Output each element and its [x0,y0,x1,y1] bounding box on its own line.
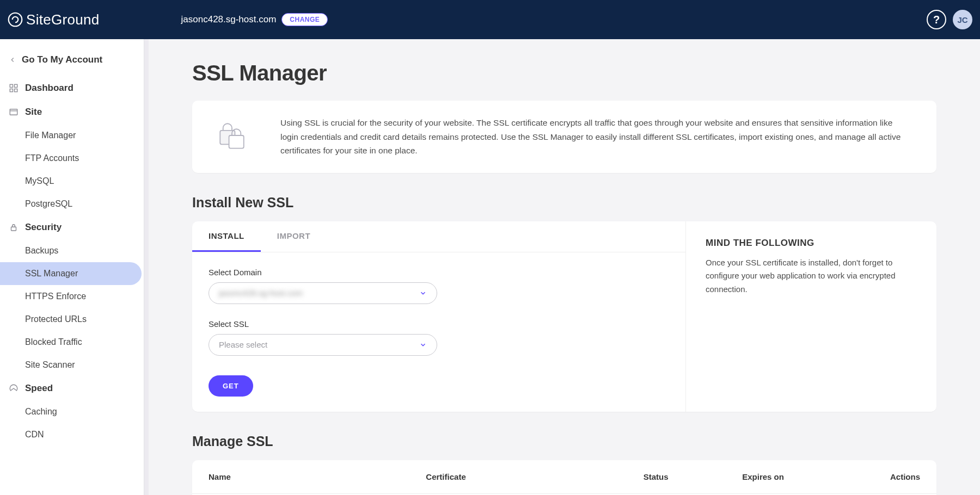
select-ssl-placeholder: Please select [219,340,267,349]
change-site-button[interactable]: CHANGE [281,13,328,26]
go-to-account-link[interactable]: Go To My Account [0,49,144,76]
sidebar-item-backups[interactable]: Backups [0,239,142,262]
site-indicator: jasonc428.sg-host.com CHANGE [181,13,328,26]
select-ssl-label: Select SSL [209,319,437,329]
current-domain: jasonc428.sg-host.com [181,14,277,25]
col-expires: Expires on [742,472,861,481]
svg-rect-3 [10,89,13,92]
sidebar-item-label: Security [25,222,62,233]
intro-card: Using SSL is crucial for the security of… [192,101,936,173]
get-button[interactable]: GET [209,375,253,397]
col-actions: Actions [861,472,920,481]
site-icon [9,107,19,117]
manage-table: Name Certificate Status Expires on Actio… [192,460,936,495]
main-content: SSL Manager Using SSL is crucial for the… [144,39,980,495]
logo-icon [8,12,23,27]
manage-heading: Manage SSL [192,434,936,449]
tab-install[interactable]: INSTALL [192,221,261,252]
select-domain-dropdown[interactable]: jasonc428.sg-host.com [209,282,437,304]
svg-rect-5 [10,109,17,115]
chevron-down-icon [419,341,427,349]
install-tabs: INSTALL IMPORT [192,221,685,252]
chevron-down-icon [419,289,427,297]
avatar[interactable]: JC [953,10,972,29]
sidebar-item-label: Dashboard [25,83,74,94]
sidebar-item-security[interactable]: Security [0,215,144,239]
tab-import[interactable]: IMPORT [261,221,327,252]
sidebar-item-speed[interactable]: Speed [0,376,144,400]
sidebar-item-ftp-accounts[interactable]: FTP Accounts [0,147,142,170]
intro-text: Using SSL is crucial for the security of… [280,116,912,158]
sidebar-item-caching[interactable]: Caching [0,400,142,423]
col-status: Status [644,472,743,481]
lock-icon [9,222,19,232]
table-header-row: Name Certificate Status Expires on Actio… [192,460,936,494]
dashboard-icon [9,83,19,93]
sidebar-item-postgresql[interactable]: PostgreSQL [0,193,142,215]
col-name: Name [209,472,426,481]
sidebar-item-label: Site [25,107,42,117]
mind-text: Once your SSL certificate is installed, … [706,256,917,296]
svg-point-0 [9,13,22,27]
svg-rect-4 [15,89,17,92]
sidebar-item-dashboard[interactable]: Dashboard [0,76,144,100]
arrow-left-icon [9,56,16,64]
select-domain-value: jasonc428.sg-host.com [219,288,303,298]
install-card: INSTALL IMPORT Select Domain jasonc428.s… [192,221,936,412]
sidebar-item-protected-urls[interactable]: Protected URLs [0,308,142,331]
sidebar-item-file-manager[interactable]: File Manager [0,124,142,147]
sidebar-item-ssl-manager[interactable]: SSL Manager [0,262,142,285]
install-heading: Install New SSL [192,195,936,211]
col-certificate: Certificate [426,472,643,481]
svg-rect-9 [229,135,244,148]
speed-icon [9,383,19,393]
sidebar-item-https-enforce[interactable]: HTTPS Enforce [0,285,142,308]
logo-text: SiteGround [26,11,100,28]
sidebar: Go To My Account Dashboard Site File Man… [0,39,144,495]
svg-rect-2 [15,84,17,87]
page-title: SSL Manager [192,61,963,85]
select-domain-label: Select Domain [209,268,437,277]
select-ssl-dropdown[interactable]: Please select [209,334,437,356]
mind-title: MIND THE FOLLOWING [706,238,917,249]
logo[interactable]: SiteGround [8,11,100,28]
sidebar-item-blocked-traffic[interactable]: Blocked Traffic [0,331,142,354]
sidebar-item-mysql[interactable]: MySQL [0,170,142,193]
ssl-intro-icon [216,120,248,153]
help-button[interactable]: ? [927,10,946,29]
topbar: SiteGround jasonc428.sg-host.com CHANGE … [0,0,980,39]
svg-rect-1 [10,84,13,87]
sidebar-item-site-scanner[interactable]: Site Scanner [0,354,142,376]
sidebar-item-label: Speed [25,383,53,394]
sidebar-item-cdn[interactable]: CDN [0,423,142,446]
svg-rect-7 [11,227,16,231]
sidebar-item-site[interactable]: Site [0,100,144,124]
go-back-label: Go To My Account [22,54,102,65]
